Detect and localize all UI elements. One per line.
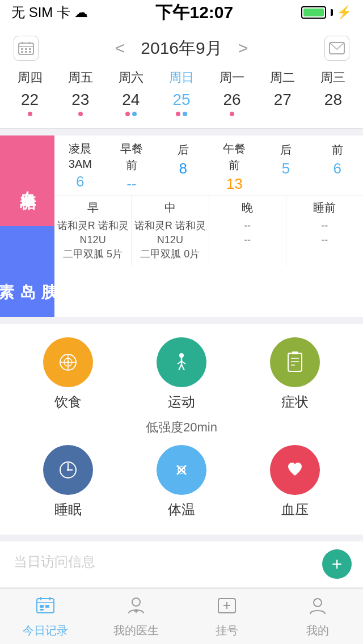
glucose-col-breakfast-before: 早餐 前 --: [106, 135, 158, 195]
battery-nub: [331, 9, 333, 16]
svg-rect-5: [25, 48, 27, 50]
calendar-grid-icon[interactable]: [14, 36, 39, 61]
symptoms-label: 症状: [281, 393, 309, 411]
insulin-morning-header: 早: [56, 200, 130, 215]
glucose-breakfast-before-sub: 前: [108, 158, 155, 173]
insulin-col-bedtime: 睡前 ----: [286, 196, 363, 266]
insulin-noon-header: 中: [133, 200, 207, 215]
dot-blue: [132, 112, 137, 116]
date-23-dots: [78, 111, 83, 117]
svg-line-21: [182, 365, 184, 370]
icon-item-sleep[interactable]: 睡眠: [43, 445, 93, 519]
svg-rect-37: [45, 605, 49, 608]
register-nav-icon: [217, 595, 237, 621]
date-24-dots: [125, 111, 137, 117]
nav-item-today[interactable]: 今日记录: [0, 595, 91, 638]
insulin-bedtime-header: 睡前: [288, 200, 362, 215]
icon-item-diet[interactable]: 饮食: [43, 337, 93, 411]
glucose-lunch-after-val: 5: [263, 160, 310, 177]
glucose-breakfast-before-val: --: [108, 175, 155, 193]
calendar-mail-icon[interactable]: [324, 36, 349, 61]
dot-pink: [78, 112, 83, 116]
nav-item-mine[interactable]: 我的: [272, 595, 363, 638]
bottom-nav: 今日记录 我的医生 挂号 我的: [0, 588, 363, 644]
insulin-col-noon: 中 诺和灵R 诺和灵N12U二甲双胍 0片: [132, 196, 209, 266]
icon-item-blood-pressure[interactable]: 血压: [270, 445, 320, 519]
date-25-dots: [176, 111, 187, 117]
sim-status: 无 SIM 卡 ☁: [11, 3, 88, 22]
date-26: 26: [223, 91, 241, 109]
date-28: 28: [324, 91, 342, 109]
blood-pressure-icon-circle: [270, 445, 320, 495]
svg-rect-38: [40, 609, 44, 611]
icons-row-1: 饮食 运动: [11, 337, 352, 411]
date-cell-25[interactable]: 25: [156, 91, 206, 117]
date-cell-26[interactable]: 26: [207, 91, 258, 117]
diet-icon-circle: [43, 337, 93, 387]
insulin-col-morning: 早 诺和灵R 诺和灵N12U二甲双胍 5片: [54, 196, 132, 266]
visit-add-button[interactable]: +: [322, 549, 352, 579]
plus-icon: +: [332, 554, 343, 575]
svg-line-20: [179, 365, 182, 370]
glucose-breakfast-after-val: 8: [159, 160, 206, 177]
mine-nav-icon: [307, 595, 328, 621]
date-22-dots: [28, 111, 32, 117]
icon-item-temperature[interactable]: 体温: [157, 445, 206, 519]
date-cell-24[interactable]: 24: [105, 91, 156, 117]
insulin-label: 胰岛素: [0, 226, 54, 317]
visit-section: 当日访问信息 +: [0, 541, 363, 587]
svg-point-41: [132, 598, 140, 606]
status-left: 无 SIM 卡 ☁: [11, 3, 88, 22]
icon-item-symptoms[interactable]: 症状: [270, 337, 320, 411]
insulin-noon-val: 诺和灵R 诺和灵N12U二甲双胍 0片: [133, 219, 207, 262]
temperature-icon-circle: [157, 445, 206, 495]
glucose-breakfast-after-sub: 后: [159, 142, 206, 158]
weekday-sat: 周六: [105, 69, 156, 86]
insulin-label-text: 胰岛素: [0, 270, 60, 273]
svg-rect-8: [25, 51, 27, 53]
glucose-dinner-before-sub: 前: [314, 142, 361, 158]
sleep-icon-circle: [43, 445, 93, 495]
date-26-dots: [230, 111, 234, 117]
nav-item-doctor[interactable]: 我的医生: [91, 595, 182, 638]
today-nav-icon: [35, 595, 56, 621]
weekday-sun: 周日: [156, 69, 206, 86]
next-month-button[interactable]: >: [231, 34, 255, 62]
status-time: 下午12:07: [155, 1, 233, 24]
svg-rect-36: [40, 605, 44, 608]
svg-rect-7: [21, 51, 23, 53]
svg-rect-4: [21, 48, 23, 50]
svg-point-16: [179, 353, 184, 358]
date-23: 23: [71, 91, 89, 109]
dot-pink: [125, 112, 130, 116]
insulin-col-evening: 晚 ----: [209, 196, 286, 266]
glucose-label: 血糖: [0, 135, 54, 226]
svg-rect-6: [29, 48, 31, 50]
prev-month-button[interactable]: <: [108, 34, 132, 62]
glucose-lunch-after-sub: 后: [263, 142, 310, 158]
insulin-evening-val: ----: [210, 219, 285, 262]
status-right: ⚡: [301, 5, 352, 20]
dot-pink: [176, 112, 180, 116]
data-content: 凌晨 3AM 6 早餐 前 -- 后 8 午餐 前 13 后: [54, 135, 363, 317]
glucose-col-lunch-after: 后 5: [260, 135, 312, 195]
date-cell-27[interactable]: 27: [258, 91, 308, 117]
icon-item-exercise[interactable]: 运动: [157, 337, 206, 411]
nav-item-register[interactable]: 挂号: [182, 595, 272, 638]
data-section: 血糖 胰岛素 凌晨 3AM 6 早餐 前 -- 后 8 午餐: [0, 135, 363, 317]
diet-label: 饮食: [54, 393, 82, 411]
date-cell-28[interactable]: 28: [308, 91, 358, 117]
icons-row-2: 睡眠 体温 血压: [11, 445, 352, 519]
glucose-dawn-val: 6: [57, 173, 104, 190]
battery-fill: [303, 9, 324, 16]
blood-pressure-label: 血压: [281, 501, 309, 519]
date-cell-23[interactable]: 23: [55, 91, 105, 117]
today-nav-label: 今日记录: [23, 623, 68, 638]
calendar-header: < 2016年9月 >: [0, 25, 363, 62]
glucose-dawn-sub: 3AM: [57, 158, 104, 171]
insulin-evening-header: 晚: [210, 200, 285, 215]
insulin-bedtime-val: ----: [288, 219, 362, 262]
date-cell-22[interactable]: 22: [5, 91, 55, 117]
svg-rect-9: [29, 51, 31, 53]
glucose-lunch-before-val: 13: [211, 175, 258, 193]
